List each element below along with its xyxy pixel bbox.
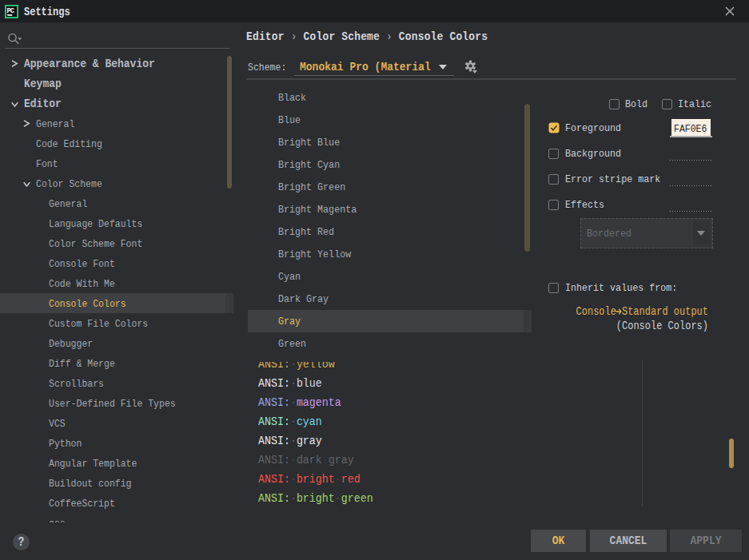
svg-text:PC: PC (7, 7, 14, 15)
